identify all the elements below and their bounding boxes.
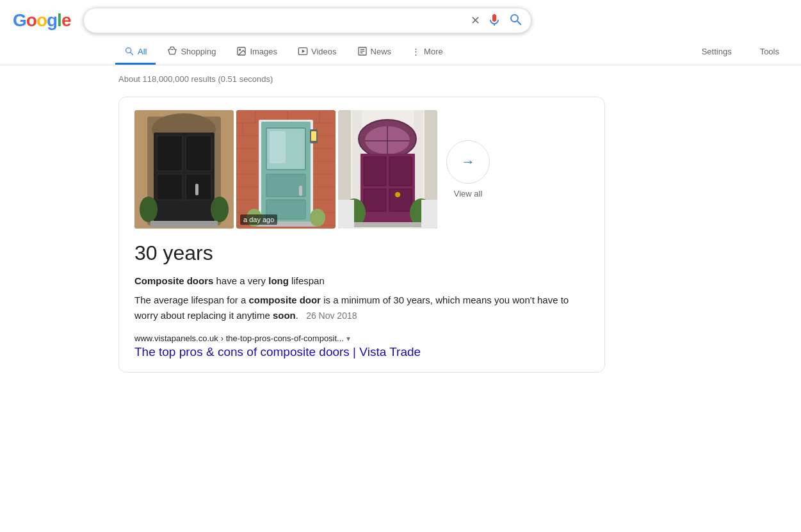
body-text1: The average lifespan for a — [134, 294, 248, 305]
tab-shopping-label: Shopping — [181, 47, 216, 56]
svg-rect-15 — [186, 136, 211, 171]
news-icon — [357, 46, 368, 56]
tab-settings-label: Settings — [702, 47, 732, 56]
door-svg-3 — [338, 110, 437, 229]
svg-rect-66 — [351, 222, 425, 227]
svg-marker-5 — [302, 49, 305, 52]
logo-letter-e: e — [61, 10, 71, 31]
source-url: www.vistapanels.co.uk › the-top-pros-con… — [134, 334, 589, 343]
door-image-3[interactable] — [338, 110, 437, 229]
svg-rect-60 — [389, 157, 412, 186]
search-submit-icon[interactable] — [508, 12, 524, 29]
featured-snippet-card: a day ago — [118, 97, 605, 373]
door-svg-2 — [236, 110, 336, 229]
view-all-button[interactable]: → View all — [446, 140, 490, 198]
videos-icon — [298, 46, 308, 56]
body-period: . — [296, 310, 298, 321]
results-count-text: About 118,000,000 results (0.51 seconds) — [118, 74, 273, 84]
answer-subheading: Composite doors have a very long lifespa… — [134, 275, 589, 286]
door-image-2[interactable]: a day ago — [236, 110, 336, 229]
svg-rect-41 — [270, 131, 286, 163]
nav-tabs: All Shopping Images Vid — [0, 33, 801, 65]
answer-body: The average lifespan for a composite doo… — [134, 293, 589, 323]
tab-all-label: All — [138, 47, 147, 56]
tab-videos[interactable]: Videos — [289, 40, 346, 65]
header: Google how long do composite doors last … — [0, 0, 801, 33]
svg-point-63 — [395, 192, 400, 197]
search-bar-container: how long do composite doors last ✕ — [83, 8, 531, 33]
body-soon: soon — [273, 310, 296, 321]
answer-date: 26 Nov 2018 — [306, 310, 357, 321]
logo-letter-g: G — [13, 10, 26, 31]
svg-rect-14 — [157, 136, 182, 171]
tab-tools[interactable]: Tools — [751, 40, 788, 65]
source-dropdown-icon[interactable]: ▾ — [346, 334, 350, 343]
subheading-text1: have a very — [213, 275, 268, 286]
view-all-arrow-icon: → — [461, 154, 475, 170]
tab-shopping[interactable]: Shopping — [158, 40, 225, 65]
tab-more-label: More — [424, 47, 443, 56]
images-icon — [236, 46, 247, 56]
svg-rect-62 — [389, 189, 412, 211]
tab-settings[interactable]: Settings — [693, 40, 741, 65]
source-domain: www.vistapanels.co.uk — [134, 334, 218, 343]
svg-point-20 — [211, 197, 229, 222]
tab-images-label: Images — [250, 47, 277, 56]
svg-rect-21 — [150, 221, 218, 227]
subheading-text2: lifespan — [289, 275, 325, 286]
svg-line-1 — [131, 52, 133, 55]
results-count: About 118,000,000 results (0.51 seconds) — [0, 65, 801, 90]
answer-heading: 30 years — [134, 241, 589, 265]
subheading-composite-doors: Composite doors — [134, 275, 213, 286]
search-bar-icons: ✕ — [471, 12, 524, 29]
tab-news[interactable]: News — [348, 40, 401, 65]
voice-icon[interactable] — [487, 12, 502, 29]
logo-letter-g2: g — [47, 10, 57, 31]
tab-all[interactable]: All — [115, 40, 156, 65]
clear-icon[interactable]: ✕ — [471, 15, 480, 26]
more-icon: ⋮ — [412, 47, 421, 56]
tab-tools-label: Tools — [760, 47, 779, 56]
google-logo[interactable]: Google — [13, 10, 70, 31]
images-row: a day ago — [134, 110, 589, 229]
logo-letter-o2: o — [36, 10, 47, 31]
source-path: › the-top-pros-cons-of-composit... — [221, 334, 344, 343]
tab-images[interactable]: Images — [227, 40, 286, 65]
shopping-icon — [167, 46, 177, 56]
door-image-1[interactable] — [134, 110, 234, 229]
all-search-icon — [124, 46, 134, 56]
door-svg-1 — [134, 110, 234, 229]
view-all-label: View all — [454, 189, 483, 198]
svg-rect-16 — [157, 174, 182, 200]
result-link[interactable]: The top pros & cons of composite doors |… — [134, 345, 589, 359]
image-timestamp: a day ago — [240, 214, 277, 225]
svg-point-3 — [239, 49, 241, 51]
tab-videos-label: Videos — [311, 47, 337, 56]
logo-letter-l: l — [57, 10, 61, 31]
svg-rect-67 — [338, 200, 354, 229]
svg-rect-18 — [195, 184, 198, 195]
logo-letter-o1: o — [26, 10, 36, 31]
svg-rect-46 — [311, 131, 316, 141]
subheading-long: long — [268, 275, 289, 286]
search-input[interactable]: how long do composite doors last — [83, 8, 531, 33]
svg-rect-68 — [421, 200, 437, 229]
svg-rect-59 — [364, 157, 386, 186]
nav-settings: Settings Tools — [693, 40, 788, 65]
tab-news-label: News — [371, 47, 392, 56]
svg-rect-61 — [364, 189, 386, 211]
view-all-circle: → — [446, 140, 490, 184]
svg-point-49 — [310, 209, 325, 227]
body-composite-door: composite door — [248, 294, 321, 305]
svg-point-19 — [140, 197, 158, 222]
tab-more[interactable]: ⋮ More — [403, 40, 452, 65]
svg-rect-44 — [299, 186, 302, 196]
